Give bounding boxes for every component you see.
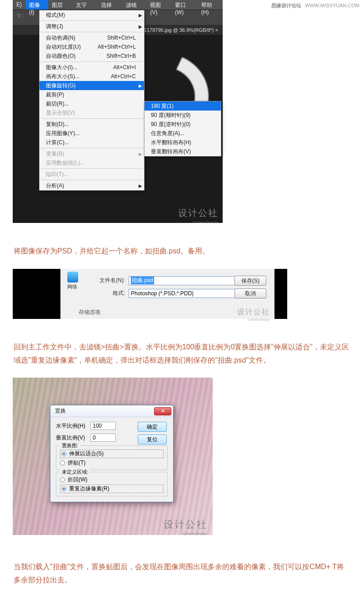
tutorial-paragraph-3: 当我们载入"扭曲"文件，置换贴图后，会发现在图像周围出现多余的难看的像素，我们可… [14, 561, 350, 587]
submenu-item[interactable]: 任意角度(A)... [145, 129, 221, 138]
submenu-arrow-icon: ▶ [139, 152, 142, 157]
menu-shortcut: Alt+Ctrl+I [113, 64, 136, 71]
menu-item-label: 自动对比度(U) [46, 43, 81, 51]
menu-item[interactable]: 自动颜色(O)Shift+Ctrl+B [40, 51, 144, 61]
submenu-item[interactable]: 180 度(1) [145, 101, 221, 111]
radio-repeat-edge[interactable]: 重复边缘像素(R) [60, 485, 164, 493]
ok-button[interactable]: 确定 [138, 422, 167, 432]
filename-input[interactable]: 扭曲.psd [129, 276, 248, 285]
radio-tile[interactable]: 拼贴(T) [60, 459, 164, 467]
tutorial-paragraph-1: 将图像保存为PSD，并给它起一个名称，如扭曲.psd。备用。 [14, 245, 350, 258]
save-dialog-screenshot: 网络 文件名(N): 扭曲.psd ▼ 保存(S) 格式: Photoshop … [13, 269, 287, 319]
menu-文字(Y)[interactable]: 文字(Y) [72, 0, 97, 10]
menu-separator [40, 20, 143, 21]
format-combo[interactable]: Photoshop (*.PSD;*.PDD) ▼ [129, 289, 248, 298]
menu-item-label: 裁切(R)... [46, 100, 69, 108]
filename-value: 扭曲.psd [131, 277, 154, 284]
filename-label: 文件名(N): [97, 277, 129, 284]
dialog-title: 置换 [55, 407, 66, 415]
image-watermark-sub: cometodesign [182, 531, 207, 535]
dialog-titlebar: 置换 ✕ [50, 405, 173, 417]
photoshop-screenshot-1: E)图像(I)图层(L)文字(Y)选择(S)滤镜(T)视图(V)窗口(W)帮助(… [13, 0, 223, 223]
hscale-label: 水平比例(H) [56, 422, 90, 430]
ps-menu-bar: E)图像(I)图层(L)文字(Y)选择(S)滤镜(T)视图(V)窗口(W)帮助(… [13, 0, 223, 10]
menu-视图(V)[interactable]: 视图(V) [146, 0, 171, 10]
submenu-arrow-icon: ▶ [139, 13, 142, 18]
radio-label: 拼贴(T) [68, 459, 85, 467]
menu-E)[interactable]: E) [13, 0, 25, 10]
image-watermark-sub: cometodesign [247, 318, 270, 322]
image-watermark-sub: cometodesign [193, 220, 218, 223]
save-button[interactable]: 保存(S) [234, 276, 266, 286]
network-label: 网络 [67, 283, 77, 290]
hscale-input[interactable] [90, 422, 116, 430]
reset-button[interactable]: 复位 [138, 434, 167, 444]
image-menu-dropdown: 模式(M)▶调整(J)▶自动色调(N)Shift+Ctrl+L自动对比度(U)A… [39, 10, 145, 191]
menu-图像(I)[interactable]: 图像(I) [25, 0, 48, 10]
menu-item[interactable]: 画布大小(S)...Alt+Ctrl+C [40, 72, 144, 81]
displacement-map-group: 置换图: 伸展以适合(S) 拼贴(T) [56, 445, 168, 470]
group1-label: 置换图: [60, 442, 80, 449]
menu-item-label: 裁剪(P) [46, 91, 64, 99]
menu-图层(L)[interactable]: 图层(L) [48, 0, 72, 10]
menu-shortcut: Shift+Ctrl+L [107, 35, 136, 41]
submenu-item[interactable]: 90 度(逆时针)(0) [145, 120, 221, 129]
menu-item[interactable]: 模式(M)▶ [40, 10, 144, 20]
menu-item[interactable]: 图像旋转(G)▶ [40, 81, 144, 90]
radio-stretch-to-fit[interactable]: 伸展以适合(S) [60, 449, 164, 458]
menu-滤镜(T)[interactable]: 滤镜(T) [122, 0, 147, 10]
menu-选择(S)[interactable]: 选择(S) [97, 0, 122, 10]
menu-item[interactable]: 裁切(R)... [40, 99, 144, 108]
menu-separator [40, 32, 143, 32]
submenu-arrow-icon: ▶ [139, 83, 142, 88]
bg-left [13, 269, 60, 319]
displace-dialog-screenshot: 置换 ✕ 水平比例(H) 确定 垂直比例(V) 复位 置换图: 伸展以适合(S)… [13, 378, 213, 535]
menu-item-label: 自动色调(N) [46, 34, 75, 42]
submenu-item[interactable]: 水平翻转画布(H) [145, 138, 221, 147]
cancel-button[interactable]: 取消 [234, 288, 266, 298]
menu-item[interactable]: 裁剪(P) [40, 90, 144, 99]
radio-label: 重复边缘像素(R) [69, 485, 110, 493]
vscale-input[interactable] [90, 434, 116, 442]
image-watermark: 设计公社 [178, 207, 218, 219]
menu-shortcut: Shift+Ctrl+B [106, 53, 136, 59]
menu-item-label: 陷印(T)... [46, 171, 68, 178]
close-button[interactable]: ✕ [154, 407, 171, 415]
menu-item: 陷印(T)... [40, 170, 144, 179]
menu-item[interactable]: 自动色调(N)Shift+Ctrl+L [40, 33, 144, 42]
menu-item[interactable]: 分析(A)▶ [40, 181, 144, 190]
menu-separator [40, 61, 143, 62]
menu-item-label: 分析(A) [46, 182, 64, 190]
menu-item-label: 变量(B) [46, 150, 64, 158]
menu-item[interactable]: 复制(D)... [40, 120, 144, 129]
menu-item: 应用数据组(L)... [40, 158, 144, 167]
menu-shortcut: Alt+Ctrl+C [111, 73, 136, 80]
menu-item-label: 图像大小(I)... [46, 64, 77, 71]
image-rotation-submenu: 180 度(1)90 度(顺时针)(9)90 度(逆时针)(0)任意角度(A).… [144, 101, 221, 157]
network-icon[interactable] [67, 272, 78, 283]
radio-label: 折回(W) [68, 476, 87, 484]
menu-item[interactable]: 自动对比度(U)Alt+Shift+Ctrl+L [40, 42, 144, 51]
submenu-item[interactable]: 垂直翻转画布(V) [145, 147, 221, 156]
radio-wrap[interactable]: 折回(W) [60, 476, 164, 484]
menu-帮助(H)[interactable]: 帮助(H) [198, 0, 223, 10]
menu-item[interactable]: 调整(J)▶ [40, 22, 144, 31]
menu-item-label: 图像旋转(G) [46, 82, 75, 90]
format-value: Photoshop (*.PSD;*.PDD) [131, 290, 194, 297]
menu-窗口(W)[interactable]: 窗口(W) [171, 0, 198, 10]
radio-label: 伸展以适合(S) [69, 450, 104, 458]
tutorial-paragraph-2: 回到主工作文件中，去滤镜>扭曲>置换。水平比例为100垂直比例为0置换图选择"伸… [14, 341, 350, 367]
menu-item-label: 应用数据组(L)... [46, 159, 85, 167]
image-watermark: 设计公社 [164, 518, 207, 531]
submenu-item[interactable]: 90 度(顺时针)(9) [145, 111, 221, 120]
menu-item[interactable]: 计算(C)... [40, 138, 144, 147]
menu-item: 变量(B)▶ [40, 149, 144, 158]
menu-separator [40, 118, 143, 119]
image-watermark: 设计公社 [237, 308, 270, 317]
menu-item[interactable]: 图像大小(I)...Alt+Ctrl+I [40, 63, 144, 72]
storage-options-label: 存储选项 [79, 308, 100, 316]
menu-item[interactable]: 应用图像(Y)... [40, 129, 144, 138]
page-watermark: 思缘设计论坛 WWW.MISSYUAN.COM [271, 2, 359, 9]
menu-separator [40, 148, 143, 148]
menu-separator [40, 180, 143, 180]
